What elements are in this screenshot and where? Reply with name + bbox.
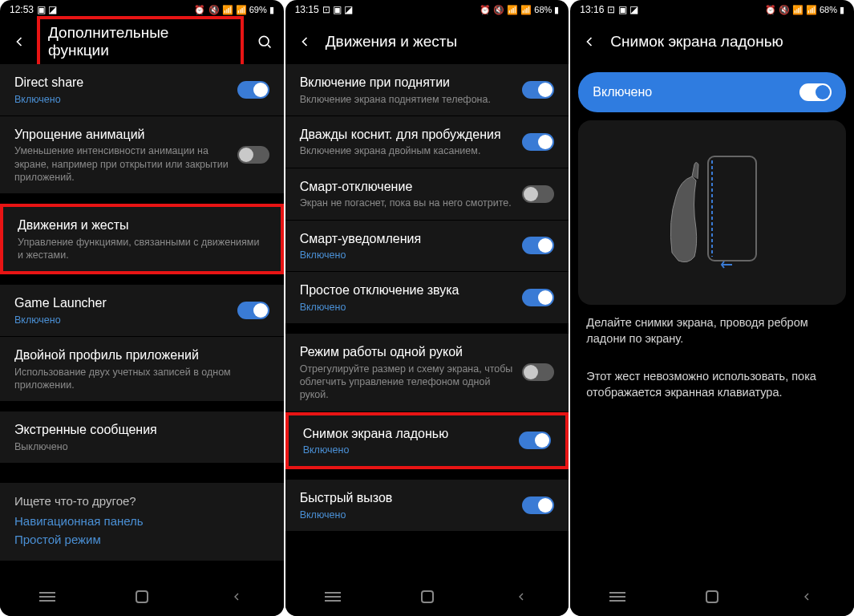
search-button[interactable] bbox=[255, 32, 274, 51]
row-title: Упрощение анимаций bbox=[14, 126, 229, 144]
row-title: Экстренные сообщения bbox=[14, 421, 269, 439]
app-bar: Снимок экрана ладонью bbox=[570, 19, 854, 64]
status-icons-right: ⏰ 🔇 📶 📶 68% ▮ bbox=[765, 5, 844, 15]
settings-row[interactable]: Двойной профиль приложений Использование… bbox=[0, 337, 284, 401]
settings-row[interactable]: Дважды коснит. для пробуждения Включение… bbox=[285, 116, 569, 168]
back-button[interactable] bbox=[295, 32, 314, 51]
recents-button[interactable] bbox=[309, 585, 357, 609]
back-nav-button[interactable] bbox=[783, 585, 831, 609]
row-subtitle: Включено bbox=[14, 93, 229, 106]
row-title: Двойной профиль приложений bbox=[14, 346, 269, 364]
title-highlight-box: Дополнительные функции bbox=[37, 16, 244, 67]
suggestions-title: Ищете что-то другое? bbox=[14, 494, 269, 508]
home-button[interactable] bbox=[688, 585, 736, 609]
master-toggle-row[interactable]: Включено bbox=[578, 72, 846, 112]
page-title: Дополнительные функции bbox=[48, 24, 168, 59]
row-title: Снимок экрана ладонью bbox=[303, 425, 512, 443]
toggle-switch[interactable] bbox=[237, 146, 269, 164]
status-battery: 69% bbox=[249, 5, 267, 14]
description-1: Делайте снимки экрана, проводя ребром ла… bbox=[570, 313, 854, 349]
status-icons-left: ⊡ ▣ ◪ bbox=[607, 4, 638, 15]
nav-bar bbox=[570, 578, 854, 616]
row-title: Дважды коснит. для пробуждения bbox=[300, 126, 515, 144]
settings-list: Direct share Включено Упрощение анимаций… bbox=[0, 64, 284, 578]
svg-rect-8 bbox=[422, 591, 433, 602]
status-battery: 68% bbox=[820, 5, 837, 14]
nav-bar bbox=[0, 578, 284, 616]
row-subtitle: Включение экрана двойным касанием. bbox=[300, 144, 515, 157]
recents-button[interactable] bbox=[23, 585, 71, 609]
status-time: 13:15 bbox=[295, 4, 319, 15]
settings-row[interactable]: Смарт-уведомления Включено bbox=[285, 221, 569, 272]
toggle-switch[interactable] bbox=[522, 363, 554, 381]
detail-content: Включено Делайте снимки экрана, проводя … bbox=[570, 64, 854, 578]
toggle-switch[interactable] bbox=[522, 81, 554, 99]
settings-row[interactable]: Упрощение анимаций Уменьшение интенсивно… bbox=[0, 116, 284, 193]
back-nav-button[interactable] bbox=[212, 585, 261, 609]
status-time: 12:53 bbox=[10, 4, 34, 15]
palm-swipe-icon bbox=[656, 140, 768, 285]
row-subtitle: Включено bbox=[14, 314, 229, 326]
settings-row[interactable]: Режим работы одной рукой Отрегулируйте р… bbox=[285, 334, 569, 411]
row-subtitle: Отрегулируйте размер и схему экрана, что… bbox=[300, 363, 515, 402]
enabled-label: Включено bbox=[593, 83, 652, 101]
svg-rect-14 bbox=[706, 591, 718, 602]
svg-rect-4 bbox=[136, 591, 148, 602]
row-title: Включение при поднятии bbox=[300, 74, 515, 91]
suggestion-link[interactable]: Навигационная панель bbox=[14, 514, 269, 528]
status-bar: 13:15 ⊡ ▣ ◪ ⏰ 🔇 📶 📶 68% ▮ bbox=[285, 0, 569, 19]
back-button[interactable] bbox=[580, 32, 599, 51]
row-title: Движения и жесты bbox=[18, 217, 266, 234]
row-subtitle: Управление функциями, связанными с движе… bbox=[18, 236, 266, 262]
settings-row[interactable]: Простое отключение звука Включено bbox=[285, 272, 569, 323]
row-subtitle: Включение экрана поднятием телефона. bbox=[300, 93, 515, 106]
row-title: Game Launcher bbox=[14, 294, 229, 312]
status-icons-right: ⏰ 🔇 📶 📶 69% ▮ bbox=[194, 5, 273, 15]
back-button[interactable] bbox=[10, 32, 29, 51]
status-icons-left: ▣ ◪ bbox=[37, 4, 57, 15]
settings-row[interactable]: Движения и жесты Управление функциями, с… bbox=[0, 204, 284, 274]
toggle-switch[interactable] bbox=[522, 237, 554, 254]
nav-bar bbox=[285, 578, 569, 616]
row-title: Смарт-уведомления bbox=[300, 230, 515, 248]
toggle-switch[interactable] bbox=[519, 432, 551, 449]
settings-row[interactable]: Экстренные сообщения Выключено bbox=[0, 411, 284, 463]
row-subtitle: Экран не погаснет, пока вы на него смотр… bbox=[300, 197, 515, 209]
toggle-switch[interactable] bbox=[522, 496, 554, 514]
suggestions-box: Ищете что-то другое?Навигационная панель… bbox=[0, 483, 284, 561]
row-title: Простое отключение звука bbox=[300, 282, 515, 299]
row-title: Быстрый вызов bbox=[300, 489, 515, 507]
gesture-illustration bbox=[578, 120, 846, 305]
toggle-switch[interactable] bbox=[522, 289, 554, 306]
settings-row[interactable]: Direct share Включено bbox=[0, 64, 284, 116]
master-toggle[interactable] bbox=[799, 83, 832, 101]
home-button[interactable] bbox=[118, 585, 166, 609]
settings-row[interactable]: Быстрый вызов Включено bbox=[285, 480, 569, 531]
suggestion-link[interactable]: Простой режим bbox=[14, 533, 269, 546]
settings-row[interactable]: Снимок экрана ладонью Включено bbox=[285, 412, 569, 470]
back-nav-button[interactable] bbox=[497, 585, 545, 609]
toggle-switch[interactable] bbox=[237, 81, 269, 99]
page-title: Движения и жесты bbox=[326, 33, 560, 51]
toggle-switch[interactable] bbox=[522, 185, 554, 203]
row-subtitle: Использование двух учетных записей в одн… bbox=[14, 366, 269, 392]
status-icons-left: ⊡ ▣ ◪ bbox=[322, 4, 354, 15]
phone-screen-2: 13:15 ⊡ ▣ ◪ ⏰ 🔇 📶 📶 68% ▮ Движения и жес… bbox=[285, 0, 569, 616]
row-subtitle: Включено bbox=[303, 444, 512, 456]
recents-button[interactable] bbox=[593, 585, 642, 609]
page-title: Снимок экрана ладонью bbox=[610, 33, 844, 51]
row-subtitle: Включено bbox=[300, 301, 515, 314]
row-subtitle: Уменьшение интенсивности анимации на экр… bbox=[14, 144, 229, 184]
home-button[interactable] bbox=[403, 585, 451, 609]
toggle-switch[interactable] bbox=[522, 133, 554, 151]
phone-screen-1: 12:53 ▣ ◪ ⏰ 🔇 📶 📶 69% ▮ Дополнительные ф… bbox=[0, 0, 284, 616]
settings-row[interactable]: Game Launcher Включено bbox=[0, 285, 284, 336]
toggle-switch[interactable] bbox=[237, 302, 269, 319]
settings-row[interactable]: Смарт-отключение Экран не погаснет, пока… bbox=[285, 168, 569, 220]
phone-screen-3: 13:16 ⊡ ▣ ◪ ⏰ 🔇 📶 📶 68% ▮ Снимок экрана … bbox=[570, 0, 854, 616]
svg-rect-9 bbox=[708, 156, 756, 261]
row-subtitle: Включено bbox=[300, 509, 515, 521]
settings-row[interactable]: Включение при поднятии Включение экрана … bbox=[285, 64, 569, 116]
status-icons-right: ⏰ 🔇 📶 📶 68% ▮ bbox=[480, 5, 559, 15]
status-bar: 13:16 ⊡ ▣ ◪ ⏰ 🔇 📶 📶 68% ▮ bbox=[570, 0, 854, 19]
